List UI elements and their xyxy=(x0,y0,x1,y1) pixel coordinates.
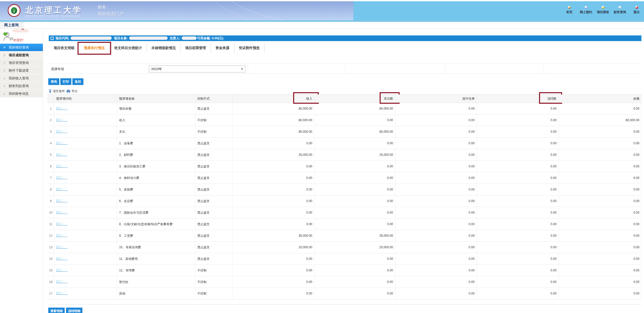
row-number: 1 xyxy=(48,103,54,115)
filter-divider xyxy=(345,64,345,73)
redacted-budget-code-link[interactable] xyxy=(56,280,68,283)
sidebar-item-my-income-query[interactable]: ∨我的收入查询 xyxy=(0,74,43,82)
row-number: 10 xyxy=(48,207,54,219)
redacted-budget-code-link[interactable] xyxy=(56,211,68,214)
balance-cell: 0.00 xyxy=(559,219,642,230)
table-row: 1项目余额禁止超支80,000.0080,000.000.000.000.00 xyxy=(48,103,642,115)
nav-online-booking-ball-icon xyxy=(585,6,588,9)
tab-permission-manage[interactable]: 项目权限管理 xyxy=(181,43,211,53)
university-logo-icon xyxy=(8,4,21,17)
nav-project-auth-label: 项目授权 xyxy=(597,10,609,14)
grid-toolbar: 清空条件 导出 xyxy=(49,89,78,93)
table-row: 107、国际合作与交流费禁止超支0.000.000.000.000.00 xyxy=(48,207,642,219)
nav-home[interactable]: 首页 xyxy=(563,6,575,14)
redacted-budget-code-link[interactable] xyxy=(56,292,68,295)
nav-finance-query[interactable]: 财务查询 xyxy=(614,6,626,14)
budget-name-cell: 4、燃料动力费 xyxy=(117,172,195,184)
top-nav-links: 首页网上预约项目授权财务查询退出 xyxy=(563,6,642,14)
row-number: 4 xyxy=(48,138,54,149)
redacted-budget-code-link[interactable] xyxy=(56,199,68,202)
tab-voucher-preview[interactable]: 凭证附件预览 xyxy=(234,43,265,53)
redacted-budget-code-link[interactable] xyxy=(56,257,68,260)
control-mode-cell: 禁止超支 xyxy=(195,138,232,149)
interflow-cell: 0.00 xyxy=(395,184,477,195)
balance-cell: 0.00 xyxy=(559,242,642,253)
redacted-budget-code-link[interactable] xyxy=(56,188,68,191)
redacted-budget-code-link[interactable] xyxy=(56,234,68,237)
sidebar-item-project-manage-query-label: 项目管理查询 xyxy=(9,61,29,65)
balance-cell: 0.00 xyxy=(559,207,642,219)
export-link[interactable]: 导出 xyxy=(66,89,78,93)
row-number: 14 xyxy=(48,253,54,265)
redacted-budget-code-link[interactable] xyxy=(56,269,68,272)
query-button[interactable]: 查询 xyxy=(48,78,59,85)
chevron-down-icon: ∨ xyxy=(0,77,9,80)
expense-cell: 0.00 xyxy=(314,195,395,207)
item-number: 2 xyxy=(0,61,9,65)
sidebar-item-project-manage-query[interactable]: 2项目管理查询 xyxy=(0,59,43,67)
sidebar-item-project-group-query[interactable]: 1项目成组查询 xyxy=(0,51,43,59)
redacted-budget-code-link[interactable] xyxy=(56,176,68,179)
redacted-budget-code-link[interactable] xyxy=(56,130,68,133)
balance-cell: 80,000.00 xyxy=(559,115,642,126)
collapse-sidebar-arrow-icon[interactable] xyxy=(3,32,7,36)
budget-code-cell xyxy=(54,276,117,288)
redacted-budget-code-link[interactable] xyxy=(56,107,68,110)
budget-name-cell: 10、专家咨询费 xyxy=(117,242,195,253)
budget-name-cell: 其他 xyxy=(117,288,195,299)
income-cell: 25,000.00 xyxy=(232,149,314,161)
balance-cell: 0.00 xyxy=(559,184,642,195)
frozen-cell: 0.00 xyxy=(477,253,559,265)
clear-conditions-link[interactable]: 清空条件 xyxy=(49,89,65,93)
tab-loan-status[interactable]: 未核销借款情况 xyxy=(147,43,181,53)
tab-project-detail[interactable]: 项目收支明细 xyxy=(49,43,79,53)
income-cell: 0.00 xyxy=(232,276,314,288)
table-row: 118、出版/文献/信息传播/知识产权事务费禁止超支0.000.000.000.… xyxy=(48,219,642,230)
frozen-cell: 0.00 xyxy=(477,115,559,126)
redacted-budget-code-link[interactable] xyxy=(56,222,68,225)
redacted-budget-code-link[interactable] xyxy=(56,165,68,168)
balance-cell: 0.00 xyxy=(559,195,642,207)
frozen-detail-button[interactable]: 冻结明细 xyxy=(66,308,82,313)
frozen-cell: 0.00 xyxy=(477,230,559,242)
expense-cell: 0.00 xyxy=(314,276,395,288)
nav-online-booking-label: 网上预约 xyxy=(580,10,592,14)
column-header-num xyxy=(48,94,54,103)
balance-cell: 0.00 xyxy=(559,230,642,242)
expense-cell: 80,000.00 xyxy=(314,103,395,115)
redacted-budget-code-link[interactable] xyxy=(56,245,68,249)
nav-online-booking[interactable]: 网上预约 xyxy=(580,6,592,14)
table-row: 129、工资费禁止超支35,000.0035,000.000.000.000.0… xyxy=(48,230,642,242)
interflow-cell: 0.00 xyxy=(395,242,477,253)
module-tab-online-query[interactable]: 网上查询 xyxy=(0,22,23,29)
control-mode-cell: 禁止超支 xyxy=(195,195,232,207)
sidebar-item-attachment-download[interactable]: 3附件下载进度 xyxy=(0,67,43,74)
back-button[interactable]: 返回 xyxy=(72,78,83,85)
clear-conditions-label: 清空条件 xyxy=(53,89,65,93)
tab-fund-source[interactable]: 资金来源 xyxy=(211,43,234,53)
year-select[interactable]: 2023年 ∨ xyxy=(149,65,245,72)
frozen-cell: 0.00 xyxy=(477,265,559,276)
balance-value: 0.00(元) xyxy=(212,36,223,40)
table-row: 2收入不控制80,000.000.000.000.0080,000.00 xyxy=(48,115,642,126)
sidebar-item-my-finance-info[interactable]: ∨我的财务信息 xyxy=(0,90,43,98)
nav-logout[interactable]: 退出 xyxy=(631,6,642,14)
tab-budget-execution[interactable]: 预算执行情况 xyxy=(79,43,110,53)
print-button[interactable]: 打印 xyxy=(60,78,71,85)
interflow-cell: 0.00 xyxy=(395,288,477,299)
redacted-budget-code-link[interactable] xyxy=(56,141,68,145)
income-cell: 80,000.00 xyxy=(232,103,314,115)
sidebar-item-arrival-query[interactable]: ∨财务到款查询 xyxy=(0,82,43,90)
view-detail-button[interactable]: 查看明细 xyxy=(48,308,65,313)
nav-project-auth[interactable]: 项目授权 xyxy=(597,6,609,14)
project-info-bar: 项目代码: 项目名称: 负责人: 可用余额: 0.00(元) xyxy=(49,35,641,41)
sidebar-item-my-project-query[interactable]: >我的项目查询 xyxy=(0,44,43,51)
redacted-budget-code-link[interactable] xyxy=(56,153,68,156)
income-cell: 80,000.00 xyxy=(232,126,314,138)
expense-cell: 20,000.00 xyxy=(314,242,395,253)
tab-category-stats[interactable]: 收支科目分类统计 xyxy=(110,43,147,53)
budget-code-cell xyxy=(54,115,117,126)
expense-cell: 0.00 xyxy=(314,161,395,172)
university-name: 北京理工大学 xyxy=(25,5,83,16)
redacted-budget-code-link[interactable] xyxy=(56,118,68,121)
